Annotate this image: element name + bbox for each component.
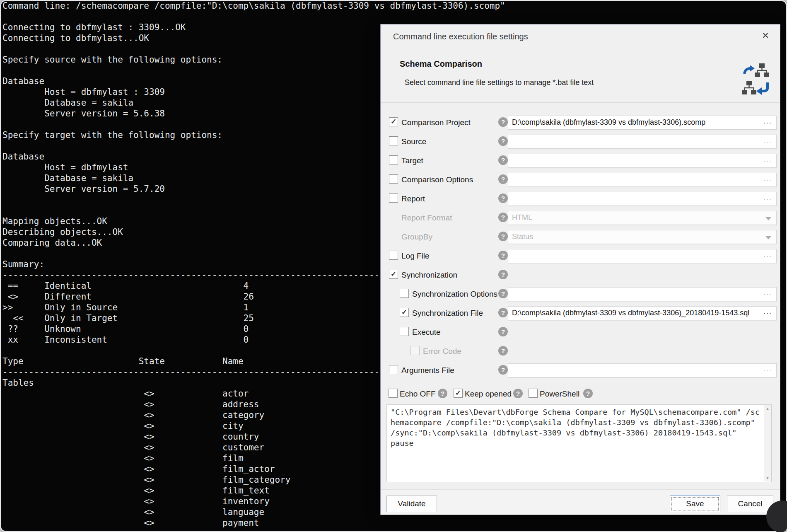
chevron-down-icon xyxy=(765,217,771,220)
help-icon[interactable]: ? xyxy=(498,136,508,146)
keep-opened-label: Keep opened xyxy=(465,389,512,399)
synchronization-options-field[interactable]: ... xyxy=(508,287,777,301)
log-file-checkbox[interactable] xyxy=(389,251,398,260)
source-field[interactable]: ... xyxy=(508,135,777,149)
arguments-file-label: Arguments File xyxy=(401,366,454,375)
scroll-down-icon[interactable]: ▼ xyxy=(764,475,771,481)
arguments-file-checkbox[interactable] xyxy=(389,365,398,374)
row-comparison-options: Comparison Options ? ... xyxy=(381,170,780,189)
groupby-label: GroupBy xyxy=(401,232,432,242)
help-icon[interactable]: ? xyxy=(498,327,508,336)
help-icon[interactable]: ? xyxy=(498,308,508,317)
browse-button[interactable]: ... xyxy=(763,117,772,126)
comparison-project-checkbox[interactable] xyxy=(389,117,398,126)
execute-label: Execute xyxy=(412,328,441,337)
dialog-title: Command line execution file settings xyxy=(393,32,528,41)
target-field[interactable]: ... xyxy=(508,154,777,168)
row-source: Source ? ... xyxy=(381,132,780,151)
comparison-options-label: Comparison Options xyxy=(401,175,473,184)
report-format-label: Report Format xyxy=(401,213,452,222)
synchronization-options-checkbox[interactable] xyxy=(400,289,409,298)
save-button[interactable]: Save xyxy=(670,496,720,512)
comparison-project-value: D:\comp\sakila (dbfmylast-3309 vs dbfmyl… xyxy=(512,118,760,127)
source-checkbox[interactable] xyxy=(389,136,398,145)
comparison-options-field[interactable]: ... xyxy=(508,173,777,187)
cancel-button[interactable]: Cancel xyxy=(727,496,773,512)
help-icon[interactable]: ? xyxy=(498,174,508,184)
help-icon[interactable]: ? xyxy=(498,346,508,355)
row-synchronization-file: Synchronization File ? D:\comp\sakila (d… xyxy=(381,304,780,323)
cancel-label: Cancel xyxy=(727,499,773,508)
row-synchronization: Synchronization ? xyxy=(381,266,780,285)
section-title: Schema Comparison xyxy=(400,59,482,69)
schema-compare-icon xyxy=(741,61,771,99)
row-report-format: Report Format ? HTML xyxy=(381,208,780,227)
log-file-field[interactable]: ... xyxy=(508,249,777,263)
row-comparison-project: Comparison Project ? D:\comp\sakila (dbf… xyxy=(381,113,780,132)
help-icon[interactable]: ? xyxy=(498,117,508,127)
comparison-project-label: Comparison Project xyxy=(401,118,471,127)
target-checkbox[interactable] xyxy=(389,155,398,164)
powershell-checkbox[interactable] xyxy=(529,389,538,398)
dialog-footer: Validate Save Cancel xyxy=(381,489,780,515)
report-field[interactable]: ... xyxy=(508,192,777,206)
browse-button[interactable]: ... xyxy=(763,288,772,297)
help-icon[interactable]: ? xyxy=(498,213,508,222)
browse-button[interactable]: ... xyxy=(763,307,772,316)
browse-button[interactable]: ... xyxy=(763,250,772,259)
error-code-label: Error Code xyxy=(423,347,461,356)
browse-button[interactable]: ... xyxy=(763,174,772,183)
report-checkbox[interactable] xyxy=(389,193,398,203)
keep-opened-checkbox[interactable] xyxy=(454,389,463,398)
groupby-select: Status xyxy=(508,230,777,244)
browse-button[interactable]: ... xyxy=(763,155,772,164)
scrollbar[interactable]: ▲ ▼ xyxy=(764,405,771,481)
close-icon[interactable]: ✕ xyxy=(759,29,772,42)
synchronization-file-value: D:\comp\sakila (dbfmylast-3309 vs dbfmyl… xyxy=(512,309,760,317)
section-subtitle: Select command line file settings to man… xyxy=(405,78,594,87)
help-icon[interactable]: ? xyxy=(513,389,523,398)
bat-file-text-area[interactable]: "C:\Program Files\Devart\dbForge Schema … xyxy=(386,404,772,482)
execution-options-row: Echo OFF ? Keep opened ? PowerShell ? xyxy=(381,387,780,400)
row-error-code: Error Code ? xyxy=(381,342,780,361)
arguments-file-field[interactable]: ... xyxy=(508,363,777,377)
chevron-down-icon xyxy=(765,236,771,239)
comparison-project-field[interactable]: D:\comp\sakila (dbfmylast-3309 vs dbfmyl… xyxy=(508,116,777,130)
validate-button[interactable]: Validate xyxy=(386,496,437,512)
row-synchronization-options: Synchronization Options ? ... xyxy=(381,285,780,304)
report-format-select: HTML xyxy=(508,211,777,225)
help-icon[interactable]: ? xyxy=(498,251,508,260)
error-code-checkbox xyxy=(410,346,420,355)
powershell-label: PowerShell xyxy=(540,389,579,399)
command-line-settings-dialog: Command line execution file settings ✕ S… xyxy=(380,24,780,515)
execute-checkbox[interactable] xyxy=(400,327,409,336)
settings-rows: Comparison Project ? D:\comp\sakila (dbf… xyxy=(381,113,780,380)
browse-button[interactable]: ... xyxy=(763,365,772,373)
help-icon[interactable]: ? xyxy=(438,389,447,398)
log-file-label: Log File xyxy=(401,251,430,261)
help-icon[interactable]: ? xyxy=(498,232,508,241)
row-target: Target ? ... xyxy=(381,151,780,170)
help-icon[interactable]: ? xyxy=(583,389,593,398)
browse-button[interactable]: ... xyxy=(763,136,772,145)
help-icon[interactable]: ? xyxy=(498,289,508,298)
synchronization-file-field[interactable]: D:\comp\sakila (dbfmylast-3309 vs dbfmyl… xyxy=(508,306,777,320)
comparison-options-checkbox[interactable] xyxy=(389,174,398,184)
row-log-file: Log File ? ... xyxy=(381,247,780,266)
synchronization-options-label: Synchronization Options xyxy=(412,290,497,299)
help-icon[interactable]: ? xyxy=(498,193,508,203)
synchronization-file-checkbox[interactable] xyxy=(400,308,409,317)
browse-button[interactable]: ... xyxy=(763,193,772,202)
synchronization-checkbox[interactable] xyxy=(389,270,398,279)
report-label: Report xyxy=(401,194,425,203)
help-icon[interactable]: ? xyxy=(498,155,508,165)
groupby-value: Status xyxy=(512,232,760,241)
scroll-up-icon[interactable]: ▲ xyxy=(764,405,771,412)
source-label: Source xyxy=(401,137,426,146)
help-icon[interactable]: ? xyxy=(498,270,508,279)
synchronization-label: Synchronization xyxy=(401,271,457,280)
report-format-value: HTML xyxy=(512,213,760,222)
echo-off-checkbox[interactable] xyxy=(389,389,398,398)
header-separator xyxy=(381,102,780,103)
help-icon[interactable]: ? xyxy=(498,365,508,375)
